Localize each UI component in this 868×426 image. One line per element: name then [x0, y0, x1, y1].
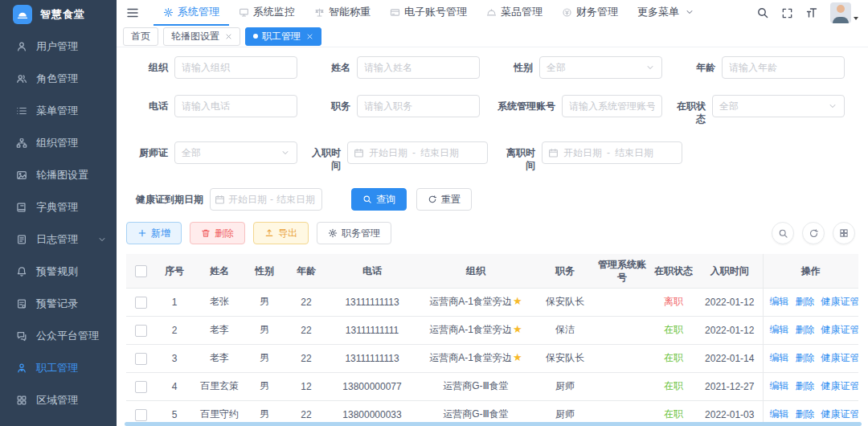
delete-button[interactable]: 删除 [190, 222, 245, 244]
chef-cert-select[interactable]: 全部 [174, 141, 297, 164]
org-cell: 运营商G-Ⅲ食堂 [416, 372, 536, 400]
nav-item-label: 智能称重 [329, 5, 371, 19]
employ-status-label: 在职状态 [674, 95, 706, 125]
sidebar-item-3[interactable]: 菜单管理 [0, 95, 117, 127]
hire-date-cell: 2022-01-14 [697, 344, 763, 372]
sidebar-item-8[interactable]: 预警规则 [0, 256, 117, 288]
edit-link[interactable]: 编辑 [770, 352, 789, 363]
health-date-start: 开始日期 [228, 193, 267, 207]
font-size-icon[interactable] [805, 6, 818, 19]
select-all-checkbox[interactable] [135, 265, 147, 277]
main-content: 组织 姓名 性别 全部 年龄 电话 [117, 48, 868, 426]
hire-date-range[interactable]: 开始日期 - 结束日期 [347, 141, 488, 164]
delete-link[interactable]: 删除 [796, 380, 815, 391]
row-checkbox[interactable] [135, 409, 147, 421]
sidebar-item-7[interactable]: 日志管理 [0, 223, 117, 256]
sidebar-item-label: 预警记录 [36, 297, 78, 311]
refresh-icon [428, 195, 437, 204]
edit-link[interactable]: 编辑 [770, 380, 789, 391]
nav-item-6[interactable]: 财务管理 [552, 0, 628, 26]
fullscreen-icon[interactable] [781, 7, 793, 19]
row-checkbox[interactable] [135, 353, 147, 365]
search-icon[interactable] [756, 6, 769, 19]
table-row: 4百里玄策男1213800000077运营商G-Ⅲ食堂厨师在职2021-12-2… [126, 372, 858, 400]
employ-status-select[interactable]: 全部 [712, 95, 845, 117]
sidebar-item-10[interactable]: 公众平台管理 [0, 320, 117, 352]
sidebar-item-12[interactable]: 区域管理 [0, 384, 117, 416]
export-button[interactable]: 导出 [253, 222, 309, 244]
phone-cell: 13111111113 [329, 344, 416, 372]
health-cert-link[interactable]: 健康证管理 [821, 408, 859, 420]
nav-item-2[interactable]: 系统监控 [229, 0, 305, 26]
close-icon[interactable] [306, 33, 313, 40]
delete-link[interactable]: 删除 [796, 408, 815, 420]
tab-2[interactable]: 轮播图设置 [163, 27, 240, 46]
table-tools [772, 222, 858, 244]
top-header: 系统管理系统监控智能称重电子账号管理菜品管理财务管理更多菜单 [117, 0, 868, 26]
sidebar-item-6[interactable]: 字典管理 [0, 191, 117, 223]
name-cell: 老李 [194, 316, 245, 344]
health-cert-date-range[interactable]: 开始日期 - 结束日期 [210, 188, 322, 211]
status-badge: 在职 [664, 324, 683, 335]
sidebar-item-5[interactable]: 轮播图设置 [0, 159, 117, 191]
nav-item-7[interactable]: 更多菜单 [628, 0, 704, 26]
sidebar-item-2[interactable]: 角色管理 [0, 63, 117, 95]
nav-item-1[interactable]: 系统管理 [154, 0, 229, 26]
sidebar-item-9[interactable]: 预警记录 [0, 288, 117, 320]
employ-status-select-value: 全部 [719, 100, 739, 113]
column-settings-icon[interactable] [833, 222, 855, 244]
edit-link[interactable]: 编辑 [770, 296, 789, 307]
health-cert-link[interactable]: 健康证管理 [821, 324, 859, 335]
health-cert-link[interactable]: 健康证管理 [821, 296, 859, 307]
table-search-icon[interactable] [772, 222, 794, 244]
delete-link[interactable]: 删除 [796, 296, 815, 307]
sidebar-item-11[interactable]: 职工管理 [0, 352, 117, 384]
top-nav: 系统管理系统监控智能称重电子账号管理菜品管理财务管理更多菜单 [154, 0, 704, 26]
table-refresh-icon[interactable] [802, 222, 825, 244]
age-input[interactable] [722, 56, 845, 79]
tab-3[interactable]: 职工管理 [245, 27, 321, 46]
close-icon[interactable] [225, 33, 232, 40]
health-cert-link[interactable]: 健康证管理 [821, 380, 859, 391]
phone-input[interactable] [174, 95, 297, 117]
tab-1[interactable]: 首页 [123, 27, 158, 46]
name-cell: 百里玄策 [194, 372, 245, 400]
horizontal-scrollbar[interactable] [125, 422, 862, 426]
reset-button[interactable]: 重置 [416, 188, 472, 211]
age-cell: 22 [284, 288, 329, 316]
account-cell [594, 288, 650, 316]
org-input[interactable] [174, 56, 297, 79]
gender-select[interactable]: 全部 [539, 56, 662, 79]
account-input[interactable] [562, 95, 662, 117]
add-button[interactable]: 新增 [126, 222, 182, 244]
ops-cell: 编辑删除健康证管理 [763, 316, 858, 344]
app-title: 智慧食堂 [40, 7, 85, 22]
table-body: 1老张男2213111111113运营商A-1食堂旁边★保安队长离职2022-0… [126, 288, 858, 426]
user-menu[interactable] [830, 2, 858, 23]
edit-link[interactable]: 编辑 [770, 324, 789, 335]
nav-item-5[interactable]: 菜品管理 [477, 0, 552, 26]
sidebar-item-4[interactable]: 组织管理 [0, 127, 117, 159]
nav-item-4[interactable]: 电子账号管理 [380, 0, 477, 26]
job-input[interactable] [357, 95, 480, 117]
region-icon [16, 395, 27, 406]
age-cell: 22 [284, 316, 329, 344]
leave-date-range[interactable]: 开始日期 - 结束日期 [542, 141, 682, 164]
sidebar-item-1[interactable]: 用户管理 [0, 31, 117, 63]
query-button[interactable]: 查询 [351, 188, 407, 211]
app-window: 智慧食堂 用户管理角色管理菜单管理组织管理轮播图设置字典管理日志管理预警规则预警… [0, 0, 868, 426]
account-label: 系统管理账号 [491, 95, 555, 113]
row-checkbox[interactable] [135, 381, 147, 393]
delete-link[interactable]: 删除 [796, 324, 815, 335]
delete-link[interactable]: 删除 [796, 352, 815, 363]
health-cert-link[interactable]: 健康证管理 [821, 352, 859, 363]
edit-link[interactable]: 编辑 [770, 408, 789, 420]
staff-icon [16, 363, 27, 374]
nav-item-3[interactable]: 智能称重 [305, 0, 380, 26]
collapse-menu-icon[interactable] [126, 6, 139, 19]
name-input[interactable] [357, 56, 480, 79]
row-checkbox[interactable] [135, 325, 147, 337]
ops-cell: 编辑删除健康证管理 [763, 344, 858, 372]
row-checkbox[interactable] [135, 297, 147, 309]
job-manage-button[interactable]: 职务管理 [317, 222, 391, 244]
